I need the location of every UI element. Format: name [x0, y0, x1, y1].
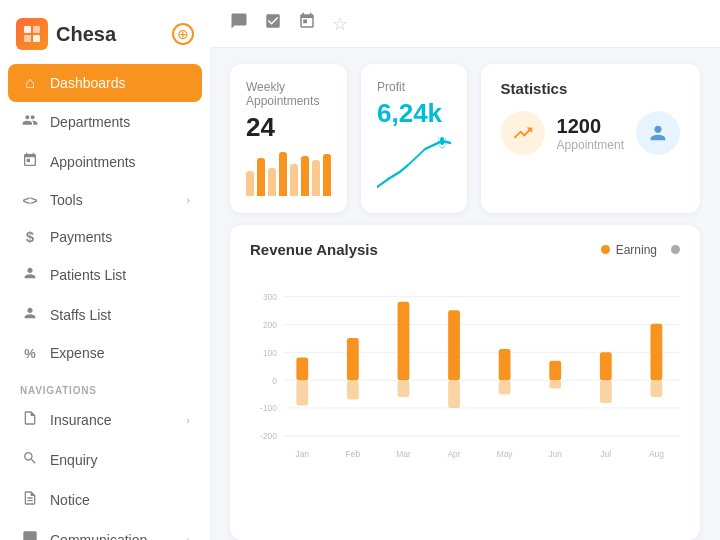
sidebar-item-label: Departments: [50, 114, 130, 130]
payments-icon: $: [20, 228, 40, 245]
tools-icon: <>: [20, 193, 40, 208]
sidebar-nav: ⌂ Dashboards Departments Appointments <>…: [0, 64, 210, 540]
svg-rect-18: [296, 357, 308, 380]
svg-point-4: [440, 137, 445, 145]
patients-icon: [20, 265, 40, 285]
appointments-bar-chart: [246, 151, 331, 196]
sidebar-item-insurance[interactable]: Insurance ›: [8, 400, 202, 440]
svg-rect-23: [398, 380, 410, 397]
bar-1: [246, 171, 254, 196]
svg-text:Jan: Jan: [295, 449, 309, 459]
other-legend-dot: [671, 245, 680, 254]
sidebar-item-label: Staffs List: [50, 307, 111, 323]
statistics-card: Statistics 1200 Appointment: [481, 64, 700, 213]
insurance-icon: [20, 410, 40, 430]
stat-info: 1200 Appointment: [557, 115, 624, 152]
svg-rect-25: [448, 380, 460, 408]
bar-3: [268, 168, 276, 196]
revenue-legend: Earning: [601, 243, 680, 257]
chevron-right-icon: ›: [186, 534, 190, 540]
earning-legend-dot: [601, 245, 610, 254]
app-name: Chesa: [56, 23, 116, 46]
calendar-icon[interactable]: [298, 12, 316, 35]
chevron-right-icon: ›: [186, 414, 190, 426]
star-icon[interactable]: ☆: [332, 13, 348, 35]
sidebar-item-dashboards[interactable]: ⌂ Dashboards: [8, 64, 202, 102]
sidebar-item-expense[interactable]: % Expense: [8, 335, 202, 371]
svg-rect-26: [499, 349, 511, 380]
svg-rect-33: [650, 380, 662, 397]
svg-rect-1: [33, 26, 40, 33]
svg-text:200: 200: [263, 320, 277, 330]
stat-person-icon: [636, 111, 680, 155]
sidebar-item-label: Tools: [50, 192, 83, 208]
home-icon: ⌂: [20, 74, 40, 92]
weekly-appointments-card: Weekly Appointments 24: [230, 64, 347, 213]
svg-rect-28: [549, 361, 561, 380]
revenue-title: Revenue Analysis: [250, 241, 378, 258]
sidebar-item-staffs-list[interactable]: Staffs List: [8, 295, 202, 335]
statistics-title: Statistics: [501, 80, 680, 97]
sidebar-item-label: Enquiry: [50, 452, 97, 468]
svg-text:-100: -100: [260, 403, 277, 413]
bar-4: [279, 152, 287, 196]
svg-text:May: May: [497, 449, 514, 459]
sidebar-header: Chesa ⊕: [0, 0, 210, 64]
svg-text:Aug: Aug: [649, 449, 664, 459]
sidebar-item-communication[interactable]: Communication ›: [8, 520, 202, 540]
svg-rect-32: [650, 324, 662, 380]
sidebar-item-label: Insurance: [50, 412, 111, 428]
sidebar-item-enquiry[interactable]: Enquiry: [8, 440, 202, 480]
nav-section-label: NAVIGATIONS: [8, 371, 202, 400]
earning-legend-label: Earning: [616, 243, 657, 257]
bar-8: [323, 154, 331, 196]
sidebar-item-appointments[interactable]: Appointments: [8, 142, 202, 182]
svg-text:Apr: Apr: [447, 449, 460, 459]
bar-7: [312, 160, 320, 196]
sidebar-item-patients-list[interactable]: Patients List: [8, 255, 202, 295]
svg-rect-0: [24, 26, 31, 33]
chat-icon[interactable]: [230, 12, 248, 35]
svg-rect-31: [600, 380, 612, 403]
svg-rect-29: [549, 380, 561, 388]
bar-2: [257, 158, 265, 196]
sidebar-item-label: Expense: [50, 345, 104, 361]
sidebar-item-label: Appointments: [50, 154, 136, 170]
bar-5: [290, 164, 298, 196]
profit-value: 6,24k: [377, 98, 451, 129]
svg-text:-200: -200: [260, 431, 277, 441]
departments-icon: [20, 112, 40, 132]
profit-sparkline: [377, 137, 451, 197]
enquiry-icon: [20, 450, 40, 470]
chevron-right-icon: ›: [186, 194, 190, 206]
sidebar-item-label: Patients List: [50, 267, 126, 283]
profit-card: Profit 6,24k: [361, 64, 467, 213]
logo-icon: [16, 18, 48, 50]
stat-trend-icon: [501, 111, 545, 155]
communication-icon: [20, 530, 40, 540]
revenue-chart: 300 200 100 0 -100 -200: [250, 266, 680, 496]
svg-text:0: 0: [272, 376, 277, 386]
sidebar-item-label: Notice: [50, 492, 90, 508]
sidebar-item-departments[interactable]: Departments: [8, 102, 202, 142]
appointments-icon: [20, 152, 40, 172]
svg-rect-27: [499, 380, 511, 394]
svg-text:Mar: Mar: [396, 449, 411, 459]
revenue-section: Revenue Analysis Earning 300 200 100 0: [230, 225, 700, 540]
svg-rect-20: [347, 338, 359, 380]
settings-button[interactable]: ⊕: [172, 23, 194, 45]
sidebar-item-payments[interactable]: $ Payments: [8, 218, 202, 255]
main-content: ☆ Weekly Appointments 24 Profit 6,24k: [210, 0, 720, 540]
stat-sub-label: Appointment: [557, 138, 624, 152]
svg-text:Jul: Jul: [600, 449, 611, 459]
notice-icon: [20, 490, 40, 510]
sidebar-item-label: Payments: [50, 229, 112, 245]
top-toolbar: ☆: [210, 0, 720, 48]
profit-label: Profit: [377, 80, 451, 94]
svg-text:Feb: Feb: [346, 449, 361, 459]
sidebar-item-notice[interactable]: Notice: [8, 480, 202, 520]
checklist-icon[interactable]: [264, 12, 282, 35]
expense-icon: %: [20, 346, 40, 361]
sidebar-item-tools[interactable]: <> Tools ›: [8, 182, 202, 218]
sidebar-item-label: Communication: [50, 532, 147, 540]
